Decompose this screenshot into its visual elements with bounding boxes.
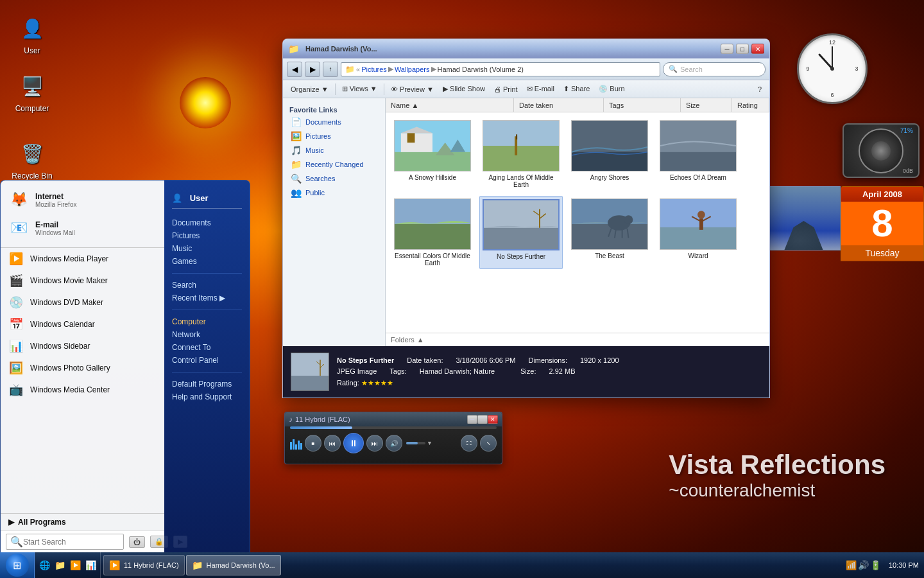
explorer-search-box[interactable]: 🔍 Search [663, 62, 766, 76]
program-item-wmp[interactable]: ▶️ Windows Media Player [1, 248, 164, 270]
sidebar-item-documents[interactable]: 📄 Documents [283, 115, 385, 129]
fullscreen-button[interactable]: ⛶ [461, 435, 477, 451]
start-menu-item-email[interactable]: 📧 E-mail Windows Mail [1, 214, 164, 242]
ql-folder-icon[interactable]: 📁 [53, 558, 67, 572]
email-button[interactable]: ✉ E-mail [523, 82, 558, 96]
taskbar-item-explorer[interactable]: 📁 Hamad Darwish (Vo... [186, 555, 281, 575]
file-item-snowy[interactable]: A Snowy Hillside [391, 118, 474, 191]
mp-minimize-button[interactable]: ─ [467, 415, 477, 424]
sidebar-item-recently-changed[interactable]: 📁 Recently Changed [283, 157, 385, 171]
col-rating[interactable]: Rating [732, 98, 769, 112]
right-item-games[interactable]: Games [172, 255, 242, 268]
folders-toggle[interactable]: Folders ▲ [386, 333, 769, 346]
desktop-icon-user[interactable]: 👤 User [6, 13, 58, 55]
back-button[interactable]: ◀ [287, 62, 302, 77]
right-item-control[interactable]: Control Panel [172, 354, 242, 367]
burn-button[interactable]: 💿 Burn [595, 82, 628, 96]
print-button[interactable]: 🖨 Print [490, 82, 522, 96]
file-thumbnail-essentail [394, 198, 471, 250]
email-icon: 📧 [8, 218, 29, 238]
next-button[interactable]: ⏭ [366, 435, 383, 451]
program-item-wmm[interactable]: 🎬 Windows Movie Maker [1, 270, 164, 292]
file-item-essentail[interactable]: Essentail Colors Of Middle Earth [391, 196, 474, 269]
right-item-computer[interactable]: Computer [172, 315, 242, 328]
stop-button[interactable]: ■ [305, 435, 321, 451]
taskbar-media-label: 11 Hybrid (FLAC) [124, 561, 179, 569]
ql-media-icon[interactable]: ▶️ [68, 558, 82, 572]
email-title: E-mail [35, 220, 75, 229]
tray-battery-icon[interactable]: 🔋 [870, 560, 881, 570]
right-item-music[interactable]: Music [172, 242, 242, 255]
file-item-wizard[interactable]: Wizard [656, 196, 740, 269]
taskbar-item-media-player[interactable]: ▶️ 11 Hybrid (FLAC) [103, 555, 185, 575]
volume-slider[interactable]: ▼ [406, 440, 432, 446]
file-item-aging[interactable]: Aging Lands Of Middle Earth [479, 118, 563, 191]
right-item-search[interactable]: Search [172, 279, 242, 292]
right-item-help[interactable]: Help and Support [172, 390, 242, 403]
views-button[interactable]: ⊞ Views ▼ [338, 82, 381, 96]
ql-sidebar-icon[interactable]: 📊 [83, 558, 98, 572]
sidebar-item-public[interactable]: 👥 Public [283, 186, 385, 200]
breadcrumb-wallpapers[interactable]: Wallpapers [395, 66, 430, 73]
mp-close-button[interactable]: ✕ [488, 415, 498, 424]
program-item-wdvd[interactable]: 💿 Windows DVD Maker [1, 292, 164, 313]
explorer-minimize-button[interactable]: ─ [721, 44, 733, 54]
play-pause-button[interactable]: ⏸ [343, 433, 364, 453]
ql-ie-icon[interactable]: 🌐 [37, 558, 51, 572]
volume-button[interactable]: 🔊 [386, 435, 402, 451]
up-button[interactable]: ↑ [323, 62, 338, 77]
preview-button[interactable]: 👁 Preview ▼ [387, 82, 438, 96]
file-item-angry[interactable]: Angry Shores [568, 118, 651, 191]
file-item-beast[interactable]: The Beast [568, 196, 651, 269]
help-button[interactable]: ? [754, 82, 766, 96]
program-item-wmc[interactable]: 📺 Windows Media Center [1, 379, 164, 401]
slideshow-button[interactable]: ▶ Slide Show [439, 82, 489, 96]
start-menu-item-internet[interactable]: 🦊 Internet Mozilla Firefox [1, 186, 164, 214]
tray-network-icon[interactable]: 📶 [846, 560, 857, 570]
desktop-icon-computer[interactable]: 🖥️ Computer [6, 71, 58, 113]
explorer-close-button[interactable]: ✕ [751, 44, 764, 54]
tray-volume-icon[interactable]: 🔊 [858, 560, 869, 570]
right-item-recent[interactable]: Recent Items ▶ [172, 292, 242, 304]
start-search-input[interactable] [23, 538, 119, 547]
program-item-wpg[interactable]: 🖼️ Windows Photo Gallery [1, 357, 164, 379]
search-icon: 🔍 [669, 65, 678, 73]
program-item-wcal[interactable]: 📅 Windows Calendar [1, 313, 164, 335]
media-player-titlebar: ♪ 11 Hybrid (FLAC) ─ □ ✕ [285, 412, 502, 426]
explorer-maximize-button[interactable]: □ [736, 44, 749, 54]
sidebar-item-searches[interactable]: 🔍 Searches [283, 171, 385, 186]
start-button[interactable]: ⊞ [0, 552, 35, 578]
recycle-bin-icon: 🗑️ [17, 138, 47, 169]
col-name[interactable]: Name ▲ [386, 98, 514, 112]
desktop-icon-recycle[interactable]: 🗑️ Recycle Bin [6, 138, 58, 180]
col-date[interactable]: Date taken [514, 98, 604, 112]
share-button[interactable]: ⬆ Share [560, 82, 594, 96]
start-search-input-container[interactable]: 🔍 [6, 534, 124, 550]
col-size[interactable]: Size [681, 98, 732, 112]
organize-button[interactable]: Organize ▼ [287, 82, 332, 96]
file-name-wizard: Wizard [688, 252, 708, 259]
user-avatar-icon: 👤 [172, 193, 182, 203]
right-item-connect[interactable]: Connect To [172, 341, 242, 354]
address-bar[interactable]: 📁 « Pictures ▶ Wallpapers ▶ Hamad Darwis… [341, 62, 660, 76]
mp-maximize-button[interactable]: □ [477, 415, 488, 424]
forward-button[interactable]: ▶ [305, 62, 320, 77]
previous-button[interactable]: ⏮ [324, 435, 341, 451]
file-item-echoes[interactable]: Echoes Of A Dream [656, 118, 740, 191]
right-item-pictures[interactable]: Pictures [172, 229, 242, 242]
file-item-nosteps[interactable]: No Steps Further [479, 196, 563, 269]
col-tags[interactable]: Tags [604, 98, 681, 112]
power-button[interactable]: ⏻ [129, 536, 145, 548]
right-item-network[interactable]: Network [172, 328, 242, 341]
sidebar-item-pictures[interactable]: 🖼️ Pictures [283, 129, 385, 143]
breadcrumb-pictures[interactable]: Pictures [361, 66, 387, 73]
right-item-default[interactable]: Default Programs [172, 378, 242, 390]
program-item-wsidebar[interactable]: 📊 Windows Sidebar [1, 335, 164, 357]
media-player-progress[interactable] [290, 426, 497, 429]
right-item-documents[interactable]: Documents [172, 216, 242, 229]
start-orb: ⊞ [6, 554, 29, 577]
compact-button[interactable]: ⤡ [480, 435, 497, 451]
sidebar-item-music[interactable]: 🎵 Music [283, 143, 385, 157]
svg-text:9: 9 [806, 66, 809, 72]
all-programs-button[interactable]: ▶ All Programs [8, 518, 157, 527]
